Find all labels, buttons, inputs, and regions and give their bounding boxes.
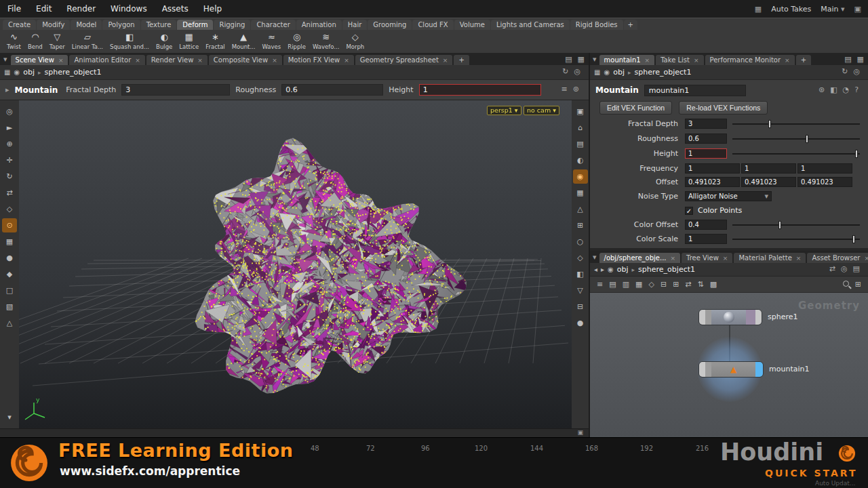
height-slider[interactable] <box>732 149 860 159</box>
node-flag[interactable] <box>746 310 755 325</box>
add-pane-tab-button[interactable]: + <box>454 55 469 65</box>
pose-tool-icon[interactable]: ◇ <box>2 202 17 216</box>
slider-handle[interactable] <box>855 150 858 158</box>
close-icon[interactable]: × <box>197 57 203 64</box>
pane-split-icon[interactable]: ▤ <box>853 264 860 273</box>
node-flag[interactable] <box>705 310 711 325</box>
close-icon[interactable]: × <box>645 57 650 64</box>
shelf-tab-modify[interactable]: Modify <box>37 20 70 30</box>
frequency-y-field[interactable]: 1 <box>741 163 796 174</box>
shelf-tab-hair[interactable]: Hair <box>342 20 368 30</box>
clock-icon[interactable]: ◔ <box>843 85 850 94</box>
expand-icon[interactable]: ⊞ <box>673 280 679 289</box>
slider-handle[interactable] <box>778 221 781 229</box>
close-icon[interactable]: × <box>344 57 349 64</box>
reload-vex-functions-button[interactable]: Re-load VEX Functions <box>679 101 768 115</box>
tab-geometry-spreadsheet[interactable]: Geometry Spreadsheet× <box>355 55 453 65</box>
select-tool-icon[interactable]: ► <box>2 121 17 135</box>
handles-tool-icon[interactable]: ⊙ <box>2 218 17 232</box>
view-options-icon[interactable]: ◇ <box>573 251 588 265</box>
offset-y-field[interactable]: 0.491023 <box>741 177 796 187</box>
refresh-icon[interactable]: ↻ <box>562 67 568 76</box>
offset-z-field[interactable]: 0.491023 <box>797 177 852 187</box>
viewport-strip-icon[interactable]: ▣ <box>577 429 583 436</box>
look-through-camera-menu[interactable]: no cam ▾ <box>524 106 559 115</box>
tab-material-palette[interactable]: Material Palette× <box>734 253 806 263</box>
back-icon[interactable]: ◂ <box>594 266 597 273</box>
tab-network-path[interactable]: /obj/sphere_obje...× <box>599 253 681 263</box>
pane-menu-icon[interactable]: ▾ <box>590 253 599 263</box>
forward-icon[interactable]: ▸ <box>601 266 604 273</box>
tool-waveform[interactable]: ≋Wavefo... <box>310 30 342 50</box>
shelf-tab-volume[interactable]: Volume <box>454 20 490 30</box>
shading-mode-icon[interactable]: ◐ <box>573 153 588 167</box>
slider-panel-icon[interactable]: ≡ <box>561 85 568 94</box>
node-name-field[interactable]: mountain1 <box>644 85 746 96</box>
display-normals-icon[interactable]: △ <box>573 202 588 216</box>
lighting-icon[interactable]: ○ <box>573 235 588 249</box>
select-geometry-icon[interactable]: ⊕ <box>2 137 17 151</box>
snap-prim-icon[interactable]: □ <box>2 283 17 298</box>
close-icon[interactable]: × <box>864 255 868 262</box>
breadcrumb-root[interactable]: obj <box>613 68 625 77</box>
display-wireframe-icon[interactable]: ▦ <box>573 186 588 200</box>
help-icon[interactable]: ? <box>854 85 859 94</box>
isolate-icon[interactable]: ◧ <box>573 267 588 281</box>
home-view-icon[interactable]: ⌂ <box>573 121 588 135</box>
snap-edge-icon[interactable]: ◆ <box>2 267 17 281</box>
link-icon[interactable]: ⇄ <box>829 264 835 273</box>
layout-single-icon[interactable]: ▣ <box>573 104 588 119</box>
roughness-field[interactable]: 0.6 <box>281 84 383 96</box>
node-flag[interactable] <box>705 362 711 377</box>
color-palette-icon[interactable]: ▩ <box>710 280 717 289</box>
breadcrumb-root[interactable]: obj <box>617 265 629 274</box>
layout-rows-icon[interactable]: ▤ <box>609 280 616 289</box>
tab-tree-view[interactable]: Tree View× <box>682 253 732 263</box>
color-points-checkbox[interactable] <box>685 207 693 215</box>
take-selector[interactable]: Main ▾ <box>821 5 844 14</box>
pane-split-icon[interactable]: ▤ <box>565 55 572 64</box>
add-pane-tab-button[interactable]: + <box>796 55 811 65</box>
menu-windows[interactable]: Windows <box>103 1 155 17</box>
list-view-icon[interactable]: ≡ <box>597 280 603 289</box>
node-mountain1[interactable]: ▲ <box>698 361 764 378</box>
tab-animation-editor[interactable]: Animation Editor× <box>69 55 144 65</box>
color-scale-field[interactable]: 1 <box>685 234 727 244</box>
scale-tool-icon[interactable]: ⇄ <box>2 186 17 200</box>
noise-type-dropdown[interactable]: Alligator Noise▾ <box>685 191 772 201</box>
lock-icon[interactable]: ◧ <box>830 85 837 94</box>
display-points-icon[interactable]: ◉ <box>573 169 588 184</box>
layout-cols-icon[interactable]: ▥ <box>623 280 629 289</box>
search-icon[interactable] <box>843 280 849 289</box>
pane-menu-icon[interactable]: ▾ <box>590 55 599 65</box>
roughness-field[interactable]: 0.6 <box>685 134 727 144</box>
menu-assets[interactable]: Assets <box>155 1 196 17</box>
shelf-tab-model[interactable]: Model <box>71 20 102 30</box>
banner-url[interactable]: www.sidefx.com/apprentice <box>60 464 240 478</box>
shelf-tab-deform[interactable]: Deform <box>177 20 213 30</box>
view-tool-icon[interactable]: ◎ <box>2 104 17 119</box>
shelf-tab-cloudfx[interactable]: Cloud FX <box>412 20 453 30</box>
frequency-x-field[interactable]: 1 <box>685 163 740 174</box>
pane-split-icon[interactable]: ▤ <box>844 55 851 64</box>
node-sphere1[interactable] <box>698 309 762 325</box>
path-menu-icon[interactable]: ▦ <box>594 68 600 76</box>
shelf-tab-rigid-bodies[interactable]: Rigid Bodies <box>570 20 623 30</box>
close-icon[interactable]: × <box>694 57 699 64</box>
pane-maximize-icon[interactable]: ▦ <box>578 55 585 64</box>
align-vertical-icon[interactable]: ⇅ <box>698 280 704 289</box>
shelf-tab-texture[interactable]: Texture <box>141 20 177 30</box>
breadcrumb-node[interactable]: sphere_object1 <box>45 68 102 77</box>
close-icon[interactable]: × <box>785 57 790 64</box>
height-field[interactable]: 1 <box>419 84 541 96</box>
shelf-tab-rigging[interactable]: Rigging <box>214 20 250 30</box>
tab-motion-fx-view[interactable]: Motion FX View× <box>283 55 354 65</box>
pane-maximize-icon[interactable]: ▦ <box>857 55 864 64</box>
display-flag[interactable] <box>755 362 763 377</box>
close-icon[interactable]: × <box>135 57 140 64</box>
shelf-tab-polygon[interactable]: Polygon <box>102 20 140 30</box>
display-grid-icon[interactable]: ⊞ <box>573 218 588 232</box>
roughness-slider[interactable] <box>732 134 860 144</box>
shelf-add-tab-button[interactable]: + <box>624 20 637 30</box>
snapshot-icon[interactable]: ▣ <box>854 5 861 14</box>
